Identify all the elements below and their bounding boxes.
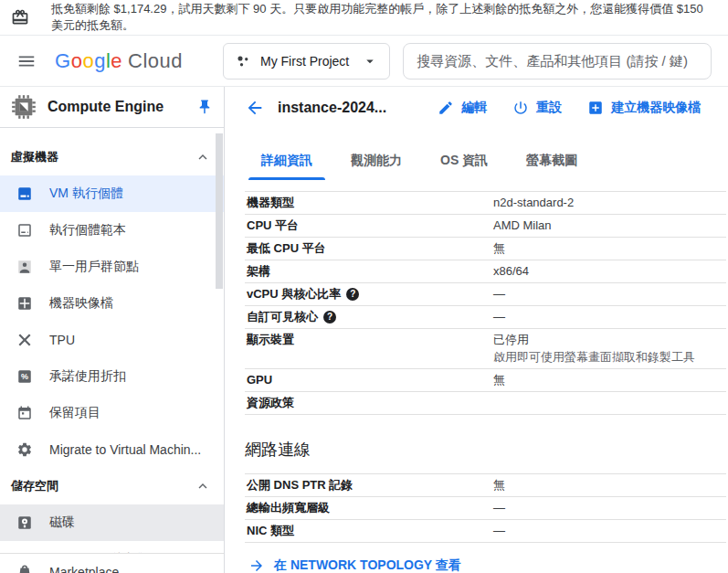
table-row: NIC 類型 — (245, 520, 726, 543)
migrate-gear-icon (16, 441, 33, 458)
trial-banner-text: 抵免額剩餘 $1,174.29，試用天數剩下 90 天。只要啟用功能完整的帳戶，… (51, 1, 717, 34)
sidebar-item-vm-instances[interactable]: VM 執行個體 (0, 175, 224, 212)
search-input[interactable] (417, 53, 698, 69)
sidebar: Compute Engine 虛擬機器 VM 執行個體 (0, 87, 225, 573)
vm-instances-icon (16, 186, 33, 202)
edit-button[interactable]: 編輯 (438, 100, 487, 116)
tab-screenshot[interactable]: 螢幕截圖 (513, 153, 590, 180)
marketplace-icon (16, 564, 33, 573)
section-virtual-machines[interactable]: 虛擬機器 (0, 139, 224, 175)
dropdown-caret-icon (362, 53, 378, 69)
create-machine-image-button[interactable]: 建立機器映像檔 (587, 100, 701, 116)
instance-templates-icon (16, 222, 33, 239)
table-row: 自訂可見核心 ? — (245, 306, 726, 329)
table-row: 架構 x86/64 (245, 260, 726, 283)
google-cloud-logo[interactable]: Google Cloud (55, 49, 183, 73)
sidebar-item-committed-use-discounts[interactable]: % 承諾使用折扣 (0, 358, 224, 395)
help-icon[interactable]: ? (323, 311, 336, 324)
pencil-icon (438, 100, 454, 116)
product-title: Compute Engine (47, 99, 185, 115)
trial-banner: 抵免額剩餘 $1,174.29，試用天數剩下 90 天。只要啟用功能完整的帳戶，… (0, 0, 728, 36)
help-icon[interactable]: ? (346, 288, 359, 301)
sidebar-item-instance-templates[interactable]: 執行個體範本 (0, 212, 224, 249)
reset-button[interactable]: 重設 (512, 100, 562, 116)
machine-images-icon (16, 295, 33, 312)
logo-cloud-text: Cloud (128, 49, 183, 73)
tab-details[interactable]: 詳細資訊 (248, 153, 325, 180)
back-arrow-icon[interactable] (245, 98, 265, 118)
tab-observability[interactable]: 觀測能力 (338, 153, 415, 180)
project-picker-button[interactable]: My First Project (223, 43, 390, 80)
sidebar-scrollbar[interactable] (216, 133, 223, 289)
menu-icon[interactable] (16, 51, 37, 71)
table-row: CPU 平台 AMD Milan (245, 215, 726, 238)
gift-icon (11, 8, 29, 27)
pin-icon[interactable] (196, 99, 213, 115)
table-row: 機器類型 n2d-standard-2 (245, 192, 726, 215)
sidebar-item-sole-tenant-nodes[interactable]: 單一用戶群節點 (0, 249, 224, 285)
chevron-up-icon (195, 149, 211, 165)
global-search (403, 43, 712, 80)
app-bar: Google Cloud My First Project (0, 36, 728, 87)
project-name: My First Project (260, 54, 349, 69)
percent-discount-icon: % (16, 368, 33, 385)
main-content: instance-2024... 編輯 重設 建立機器映像檔 (225, 87, 728, 573)
table-row: 資源政策 (245, 392, 726, 415)
sidebar-item-hyperdisk-storage-pools[interactable]: Hyperdisk 儲存集區 (0, 541, 224, 553)
table-row: GPU 無 (245, 369, 726, 392)
chevron-up-icon (195, 478, 211, 494)
calendar-icon (16, 405, 33, 421)
sidebar-item-disks[interactable]: 磁碟 (0, 504, 224, 541)
svg-text:%: % (21, 372, 28, 381)
sidebar-nav: 虛擬機器 VM 執行個體 執行個體範本 (0, 128, 224, 553)
tab-bar: 詳細資訊 觀測能力 OS 資訊 螢幕截圖 (225, 153, 728, 180)
table-row: vCPU 與核心比率 ? — (245, 283, 726, 306)
table-row: 公開 DNS PTR 記錄 無 (245, 474, 726, 497)
section-storage[interactable]: 儲存空間 (0, 468, 224, 504)
sidebar-item-marketplace[interactable]: Marketplace (0, 554, 224, 573)
table-row: 最低 CPU 平台 無 (245, 238, 726, 260)
project-icon (235, 53, 251, 69)
sidebar-bottom: Marketplace (0, 553, 224, 573)
sidebar-item-tpu[interactable]: TPU (0, 322, 224, 358)
machine-details-table: 機器類型 n2d-standard-2 CPU 平台 AMD Milan 最低 … (245, 191, 726, 415)
network-section-heading: 網路連線 (245, 439, 728, 461)
add-box-icon (587, 100, 604, 116)
disk-icon (16, 515, 33, 531)
table-row: 顯示裝置 已停用 啟用即可使用螢幕畫面擷取和錄製工具 (245, 329, 726, 369)
network-details-table: 公開 DNS PTR 記錄 無 總輸出頻寬層級 — NIC 類型 — (245, 473, 726, 543)
sole-tenant-icon (16, 259, 33, 275)
google-logo-letters: Google (55, 49, 122, 73)
sidebar-header: Compute Engine (0, 87, 224, 128)
storage-pools-icon (16, 551, 33, 553)
arrow-forward-icon (248, 557, 265, 573)
page-header: instance-2024... 編輯 重設 建立機器映像檔 (225, 87, 728, 129)
sidebar-item-migrate-to-virtual-machines[interactable]: Migrate to Virtual Machin... (0, 431, 224, 468)
power-icon (512, 100, 529, 116)
compute-engine-icon (11, 94, 37, 120)
tab-os-info[interactable]: OS 資訊 (427, 153, 501, 180)
tpu-icon (16, 332, 33, 348)
table-row: 總輸出頻寬層級 — (245, 497, 726, 520)
instance-title: instance-2024... (278, 100, 386, 116)
sidebar-item-machine-images[interactable]: 磁碟 機器映像檔 (0, 285, 224, 322)
network-topology-link[interactable]: 在 NETWORK TOPOLOGY 查看 (248, 557, 461, 573)
sidebar-item-reservations[interactable]: 保留項目 (0, 395, 224, 431)
